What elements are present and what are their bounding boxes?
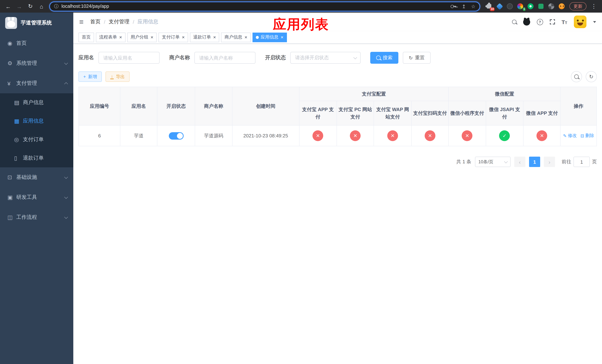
sidebar-subitem-merchant-info[interactable]: ▤ 商户信息 bbox=[0, 93, 73, 112]
sidebar-item-infrastructure[interactable]: ⊡ 基础设施 bbox=[0, 167, 73, 187]
chrome-update-button[interactable]: 更新 bbox=[570, 2, 586, 10]
page-number-1[interactable]: 1 bbox=[529, 157, 540, 167]
extension-icon-gem[interactable] bbox=[496, 3, 503, 10]
extension-icon-green-square[interactable] bbox=[538, 3, 544, 10]
breadcrumb-home[interactable]: 首页 bbox=[90, 19, 100, 25]
sidebar-fold-icon[interactable]: ≡ bbox=[79, 18, 84, 26]
document-icon: ▯ bbox=[14, 155, 23, 161]
password-key-icon[interactable] bbox=[451, 4, 457, 8]
close-icon[interactable]: × bbox=[245, 35, 247, 40]
tab-home[interactable]: 首页 bbox=[78, 32, 94, 42]
url-bar[interactable]: ⓘ localhost:1024/pay/app ↥ ☆ bbox=[50, 2, 480, 11]
sidebar-item-devtools[interactable]: ▣ 研发工具 bbox=[0, 187, 73, 207]
search-button[interactable]: 搜索 bbox=[370, 52, 398, 64]
screen: ← → ↻ ⌂ ⓘ localhost:1024/pay/app ↥ ☆ 10 … bbox=[0, 0, 602, 364]
close-icon[interactable]: × bbox=[182, 35, 184, 40]
page-size-select[interactable]: 10条/页 bbox=[475, 157, 511, 167]
cell-merchant: 芋道源码 bbox=[195, 125, 232, 146]
close-icon[interactable]: × bbox=[281, 35, 283, 40]
wx-lite-status: ✕ bbox=[462, 130, 473, 141]
reload-icon[interactable]: ↻ bbox=[26, 2, 35, 11]
sidebar-subitem-app-info[interactable]: ▦ 应用信息 bbox=[0, 112, 73, 130]
extension-icon-colorwheel[interactable]: 1 bbox=[517, 3, 524, 10]
home-icon[interactable]: ⌂ bbox=[37, 2, 46, 11]
content: 应用名 商户名称 开启状态 请选择开启状态 bbox=[73, 44, 602, 364]
main-panel: ≡ 首页 / 支付管理 / 应用信息 ? TT bbox=[73, 13, 602, 364]
forward-icon[interactable]: → bbox=[15, 2, 24, 11]
reset-button[interactable]: ↻ 重置 bbox=[403, 52, 430, 64]
github-icon[interactable] bbox=[523, 18, 530, 25]
omnibox-actions: ↥ ☆ bbox=[451, 3, 475, 9]
add-button[interactable]: + 新增 bbox=[78, 72, 102, 82]
search-icon bbox=[574, 75, 579, 79]
toggle-search-button[interactable] bbox=[571, 71, 582, 82]
edit-button[interactable]: ✎修改 bbox=[563, 133, 577, 139]
prev-page-button[interactable]: ‹ bbox=[514, 157, 525, 167]
tab-refund-order[interactable]: 退款订单× bbox=[190, 32, 219, 42]
refresh-icon: ↻ bbox=[409, 55, 413, 61]
col-merchant: 商户名称 bbox=[195, 87, 232, 125]
payment-submenu: ▤ 商户信息 ▦ 应用信息 ◎ 支付订单 ▯ 退款订单 bbox=[0, 93, 73, 167]
workflow-icon: ◫ bbox=[7, 214, 16, 221]
merchant-name-input[interactable] bbox=[194, 52, 256, 64]
browser-menu-icon[interactable]: ⋮ bbox=[589, 2, 598, 11]
back-icon[interactable]: ← bbox=[4, 2, 13, 11]
extension-icon-pinwheel[interactable] bbox=[548, 3, 555, 10]
chevron-down-icon bbox=[64, 195, 68, 199]
refresh-table-button[interactable]: ↻ bbox=[586, 71, 597, 82]
tab-app-info[interactable]: 应用信息× bbox=[252, 32, 287, 42]
goto-page-input[interactable] bbox=[573, 157, 590, 167]
app-frame: 芋道管理系统 ◉ 首页 ⚙ 系统管理 ¥ 支付管理 ▤ 商户信息 bbox=[0, 13, 602, 364]
chevron-down-icon bbox=[64, 215, 68, 219]
site-info-icon[interactable]: ⓘ bbox=[54, 3, 58, 10]
col-app-id: 应用编号 bbox=[79, 87, 120, 125]
extension-icon-dark[interactable] bbox=[506, 3, 513, 10]
export-button[interactable]: ↓ 导出 bbox=[106, 72, 129, 82]
font-size-icon[interactable]: TT bbox=[561, 19, 567, 25]
extension-icon-green-circle[interactable] bbox=[527, 3, 534, 10]
search-icon bbox=[376, 55, 381, 60]
total-count: 共 1 条 bbox=[456, 159, 471, 165]
col-app-name: 应用名 bbox=[120, 87, 157, 125]
sidebar-item-payment[interactable]: ¥ 支付管理 bbox=[0, 73, 73, 93]
breadcrumb-payment[interactable]: 支付管理 bbox=[109, 19, 129, 25]
search-icon[interactable] bbox=[512, 20, 516, 24]
url-text: localhost:1024/pay/app bbox=[62, 4, 451, 9]
tab-pay-order[interactable]: 支付订单× bbox=[159, 32, 188, 42]
sidebar-item-home[interactable]: ◉ 首页 bbox=[0, 33, 73, 53]
header-actions: ? TT bbox=[512, 16, 596, 28]
col-wx-app: 微信 APP 支付 bbox=[523, 101, 560, 125]
share-icon[interactable]: ↥ bbox=[462, 3, 466, 9]
status-select[interactable]: 请选择开启状态 bbox=[290, 52, 361, 64]
sidebar-item-label: 商户信息 bbox=[23, 99, 44, 106]
avatar[interactable] bbox=[574, 16, 586, 28]
sidebar-subitem-pay-order[interactable]: ◎ 支付订单 bbox=[0, 130, 73, 149]
sidebar: 芋道管理系统 ◉ 首页 ⚙ 系统管理 ¥ 支付管理 ▤ 商户信息 bbox=[0, 13, 73, 364]
close-icon[interactable]: × bbox=[213, 35, 216, 40]
chevron-down-icon[interactable] bbox=[593, 21, 596, 23]
help-icon[interactable]: ? bbox=[537, 19, 543, 25]
cell-app-name: 芋道 bbox=[120, 125, 157, 146]
extension-icon-face[interactable] bbox=[558, 3, 565, 10]
app-name-input[interactable] bbox=[98, 52, 160, 64]
tab-user-group[interactable]: 用户分组× bbox=[127, 32, 157, 42]
page-header: ≡ 首页 / 支付管理 / 应用信息 ? TT bbox=[73, 13, 602, 31]
chevron-down-icon bbox=[353, 55, 357, 59]
delete-button[interactable]: ⊟删除 bbox=[580, 133, 594, 139]
fullscreen-icon[interactable] bbox=[550, 19, 555, 24]
close-icon[interactable]: × bbox=[119, 35, 122, 40]
sidebar-subitem-refund-order[interactable]: ▯ 退款订单 bbox=[0, 149, 73, 167]
next-page-button[interactable]: › bbox=[544, 157, 555, 167]
tab-flow-form[interactable]: 流程表单× bbox=[96, 32, 125, 42]
extensions-puzzle-icon[interactable]: 10 bbox=[486, 3, 492, 10]
bookmark-star-icon[interactable]: ☆ bbox=[471, 3, 475, 9]
sidebar-logo[interactable]: 芋道管理系统 bbox=[0, 13, 73, 33]
sidebar-item-system[interactable]: ⚙ 系统管理 bbox=[0, 53, 73, 73]
sidebar-item-label: 支付管理 bbox=[16, 80, 37, 87]
status-toggle[interactable] bbox=[169, 132, 183, 139]
chevron-down-icon bbox=[504, 160, 508, 163]
sidebar-item-workflow[interactable]: ◫ 工作流程 bbox=[0, 207, 73, 227]
close-icon[interactable]: × bbox=[150, 35, 153, 40]
tab-merchant-info[interactable]: 商户信息× bbox=[221, 32, 251, 42]
pagination: 共 1 条 10条/页 ‹ 1 › 前往 页 bbox=[78, 157, 597, 167]
